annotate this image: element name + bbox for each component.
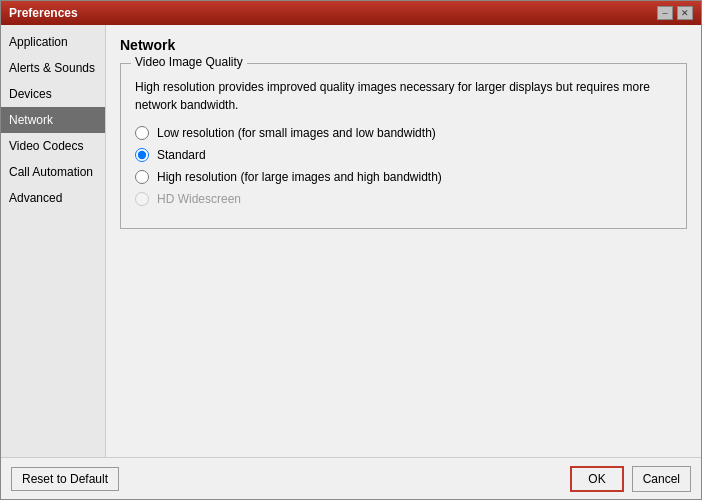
sidebar-item-application[interactable]: Application [1,29,105,55]
radio-hd[interactable]: HD Widescreen [135,192,672,206]
minimize-button[interactable]: – [657,6,673,20]
sidebar-item-call-automation[interactable]: Call Automation [1,159,105,185]
window-body: Application Alerts & Sounds Devices Netw… [1,25,701,499]
radio-low-input[interactable] [135,126,149,140]
sidebar: Application Alerts & Sounds Devices Netw… [1,25,106,457]
radio-standard-label: Standard [157,148,206,162]
window-title: Preferences [9,6,78,20]
title-bar-controls: – ✕ [657,6,693,20]
radio-standard[interactable]: Standard [135,148,672,162]
video-image-quality-group: Video Image Quality High resolution prov… [120,63,687,229]
ok-button[interactable]: OK [570,466,623,492]
radio-high-label: High resolution (for large images and hi… [157,170,442,184]
radio-high-input[interactable] [135,170,149,184]
page-title: Network [120,37,687,53]
radio-hd-label: HD Widescreen [157,192,241,206]
radio-standard-input[interactable] [135,148,149,162]
sidebar-item-advanced[interactable]: Advanced [1,185,105,211]
footer: Reset to Default OK Cancel [1,457,701,499]
close-button[interactable]: ✕ [677,6,693,20]
cancel-button[interactable]: Cancel [632,466,691,492]
footer-right-buttons: OK Cancel [570,466,691,492]
radio-low[interactable]: Low resolution (for small images and low… [135,126,672,140]
description-text: High resolution provides improved qualit… [135,78,672,114]
sidebar-item-network[interactable]: Network [1,107,105,133]
group-box-title: Video Image Quality [131,55,247,69]
sidebar-item-video-codecs[interactable]: Video Codecs [1,133,105,159]
sidebar-item-devices[interactable]: Devices [1,81,105,107]
radio-low-label: Low resolution (for small images and low… [157,126,436,140]
preferences-window: Preferences – ✕ Application Alerts & Sou… [0,0,702,500]
title-bar: Preferences – ✕ [1,1,701,25]
radio-hd-input [135,192,149,206]
content-area: Network Video Image Quality High resolut… [106,25,701,457]
radio-high[interactable]: High resolution (for large images and hi… [135,170,672,184]
reset-to-default-button[interactable]: Reset to Default [11,467,119,491]
main-area: Application Alerts & Sounds Devices Netw… [1,25,701,457]
sidebar-item-alerts-sounds[interactable]: Alerts & Sounds [1,55,105,81]
